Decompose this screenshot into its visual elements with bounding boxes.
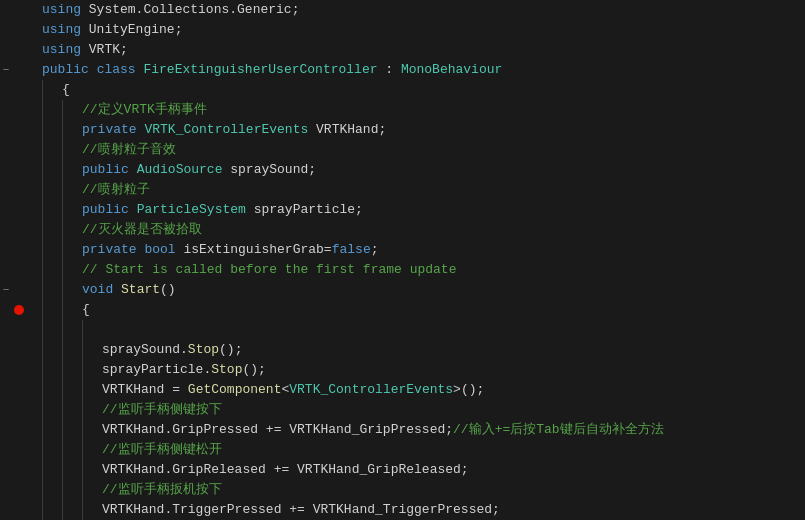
indent-guide [82, 360, 83, 380]
indent-guide [42, 260, 43, 280]
indent-guide [42, 360, 43, 380]
collapse-icon[interactable]: − [0, 280, 12, 300]
code-line: using System.Collections.Generic; [0, 0, 805, 20]
indent-guide [82, 500, 83, 520]
indent-guide [62, 320, 63, 340]
code-tokens: { [82, 300, 90, 320]
indent-guide [42, 80, 43, 100]
code-tokens: //监听手柄侧键松开 [102, 440, 222, 460]
code-line: −public class FireExtinguisherUserContro… [0, 60, 805, 80]
indent-guide [62, 140, 63, 160]
code-line: // Start is called before the first fram… [0, 260, 805, 280]
code-tokens: VRTKHand = GetComponent<VRTK_ControllerE… [102, 380, 484, 400]
indent-guide [42, 460, 43, 480]
code-line: VRTKHand.GripPressed += VRTKHand_GripPre… [0, 420, 805, 440]
code-line: private VRTK_ControllerEvents VRTKHand; [0, 120, 805, 140]
code-editor: using System.Collections.Generic;using U… [0, 0, 805, 520]
code-tokens: VRTKHand.GripPressed += VRTKHand_GripPre… [102, 420, 664, 440]
indent-guide [62, 100, 63, 120]
code-line: //监听手柄扳机按下 [0, 480, 805, 500]
indent-guide [82, 380, 83, 400]
code-tokens: private VRTK_ControllerEvents VRTKHand; [82, 120, 386, 140]
code-line: VRTKHand.TriggerPressed += VRTKHand_Trig… [0, 500, 805, 520]
indent-guide [82, 460, 83, 480]
breakpoint-dot [14, 305, 24, 315]
code-line: //灭火器是否被拾取 [0, 220, 805, 240]
indent-guide [62, 160, 63, 180]
indent-guide [42, 480, 43, 500]
code-line: //定义VRTK手柄事件 [0, 100, 805, 120]
code-tokens: using VRTK; [42, 40, 128, 60]
code-tokens: public ParticleSystem sprayParticle; [82, 200, 363, 220]
code-tokens: //灭火器是否被拾取 [82, 220, 202, 240]
indent-guide [62, 500, 63, 520]
indent-guide [82, 340, 83, 360]
collapse-icon[interactable]: − [0, 60, 12, 80]
code-tokens: VRTKHand.TriggerPressed += VRTKHand_Trig… [102, 500, 500, 520]
indent-guide [62, 220, 63, 240]
code-tokens: //喷射粒子音效 [82, 140, 176, 160]
code-line: //监听手柄侧键松开 [0, 440, 805, 460]
indent-guide [62, 480, 63, 500]
code-tokens: public class FireExtinguisherUserControl… [42, 60, 502, 80]
indent-guide [62, 440, 63, 460]
code-line: sprayParticle.Stop(); [0, 360, 805, 380]
indent-guide [42, 280, 43, 300]
code-tokens: //监听手柄扳机按下 [102, 480, 222, 500]
code-line: { [0, 80, 805, 100]
indent-guide [62, 400, 63, 420]
code-tokens: // Start is called before the first fram… [82, 260, 456, 280]
indent-guide [62, 180, 63, 200]
indent-guide [42, 440, 43, 460]
indent-guide [42, 160, 43, 180]
code-tokens: //监听手柄侧键按下 [102, 400, 222, 420]
indent-guide [42, 400, 43, 420]
indent-guide [42, 100, 43, 120]
code-line: using UnityEngine; [0, 20, 805, 40]
indent-guide [62, 340, 63, 360]
code-tokens: using System.Collections.Generic; [42, 0, 299, 20]
code-tokens: private bool isExtinguisherGrab=false; [82, 240, 379, 260]
code-line [0, 320, 805, 340]
indent-guide [62, 380, 63, 400]
indent-guide [62, 240, 63, 260]
code-line: using VRTK; [0, 40, 805, 60]
indent-guide [42, 140, 43, 160]
code-line: spraySound.Stop(); [0, 340, 805, 360]
code-tokens: void Start() [82, 280, 176, 300]
code-line: private bool isExtinguisherGrab=false; [0, 240, 805, 260]
indent-guide [62, 460, 63, 480]
indent-guide [82, 400, 83, 420]
code-line: //喷射粒子 [0, 180, 805, 200]
indent-guide [82, 480, 83, 500]
code-tokens: public AudioSource spraySound; [82, 160, 316, 180]
indent-guide [82, 440, 83, 460]
code-tokens: sprayParticle.Stop(); [102, 360, 266, 380]
indent-guide [42, 120, 43, 140]
indent-guide [42, 240, 43, 260]
code-line: //监听手柄侧键按下 [0, 400, 805, 420]
indent-guide [42, 340, 43, 360]
indent-guide [42, 380, 43, 400]
code-line: VRTKHand.GripReleased += VRTKHand_GripRe… [0, 460, 805, 480]
code-tokens: //喷射粒子 [82, 180, 150, 200]
indent-guide [62, 280, 63, 300]
code-tokens: //定义VRTK手柄事件 [82, 100, 207, 120]
code-line: public AudioSource spraySound; [0, 160, 805, 180]
code-tokens: using UnityEngine; [42, 20, 182, 40]
indent-guide [42, 200, 43, 220]
indent-guide [42, 180, 43, 200]
code-tokens: spraySound.Stop(); [102, 340, 242, 360]
indent-guide [42, 500, 43, 520]
indent-guide [62, 260, 63, 280]
code-line: public ParticleSystem sprayParticle; [0, 200, 805, 220]
breakpoint-area [12, 305, 24, 315]
indent-guide [62, 300, 63, 320]
indent-guide [42, 320, 43, 340]
indent-guide [62, 420, 63, 440]
code-tokens: { [62, 80, 70, 100]
code-line: { [0, 300, 805, 320]
code-line: −void Start() [0, 280, 805, 300]
code-line: //喷射粒子音效 [0, 140, 805, 160]
code-line: VRTKHand = GetComponent<VRTK_ControllerE… [0, 380, 805, 400]
